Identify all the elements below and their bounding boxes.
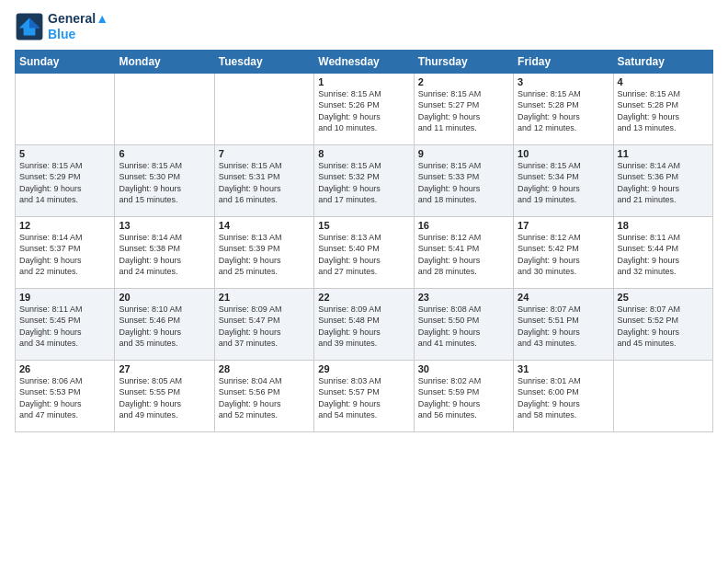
calendar-cell: 5Sunrise: 8:15 AM Sunset: 5:29 PM Daylig… — [16, 144, 115, 216]
weekday-header-saturday: Saturday — [613, 50, 712, 73]
page: General▲ Blue SundayMondayTuesdayWednesd… — [0, 0, 728, 563]
day-info: Sunrise: 8:06 AM Sunset: 5:53 PM Dayligh… — [19, 375, 110, 421]
calendar-week-4: 19Sunrise: 8:11 AM Sunset: 5:45 PM Dayli… — [16, 288, 713, 360]
day-info: Sunrise: 8:11 AM Sunset: 5:44 PM Dayligh… — [618, 232, 709, 278]
day-info: Sunrise: 8:05 AM Sunset: 5:55 PM Dayligh… — [119, 375, 210, 421]
day-number: 16 — [418, 220, 509, 231]
day-number: 13 — [119, 220, 210, 231]
day-number: 24 — [518, 292, 609, 303]
day-number: 28 — [219, 363, 310, 374]
day-number: 30 — [418, 363, 509, 374]
calendar-week-2: 5Sunrise: 8:15 AM Sunset: 5:29 PM Daylig… — [16, 144, 713, 216]
weekday-header-wednesday: Wednesday — [314, 50, 414, 73]
day-info: Sunrise: 8:10 AM Sunset: 5:46 PM Dayligh… — [119, 304, 210, 350]
calendar-cell: 9Sunrise: 8:15 AM Sunset: 5:33 PM Daylig… — [414, 144, 513, 216]
day-number: 27 — [119, 363, 210, 374]
logo: General▲ Blue — [15, 11, 108, 42]
day-info: Sunrise: 8:15 AM Sunset: 5:34 PM Dayligh… — [518, 160, 609, 206]
calendar-cell: 15Sunrise: 8:13 AM Sunset: 5:40 PM Dayli… — [314, 216, 414, 288]
day-info: Sunrise: 8:11 AM Sunset: 5:45 PM Dayligh… — [19, 304, 110, 350]
calendar-cell: 28Sunrise: 8:04 AM Sunset: 5:56 PM Dayli… — [214, 360, 313, 431]
day-number: 14 — [219, 220, 310, 231]
day-number: 22 — [318, 292, 409, 303]
weekday-header-tuesday: Tuesday — [214, 50, 313, 73]
calendar-week-3: 12Sunrise: 8:14 AM Sunset: 5:37 PM Dayli… — [16, 216, 713, 288]
calendar-week-1: 1Sunrise: 8:15 AM Sunset: 5:26 PM Daylig… — [16, 73, 713, 144]
day-number: 18 — [618, 220, 709, 231]
day-number: 8 — [318, 148, 409, 159]
day-info: Sunrise: 8:09 AM Sunset: 5:48 PM Dayligh… — [318, 304, 409, 350]
calendar-cell: 25Sunrise: 8:07 AM Sunset: 5:52 PM Dayli… — [613, 288, 712, 360]
day-info: Sunrise: 8:14 AM Sunset: 5:38 PM Dayligh… — [119, 232, 210, 278]
calendar-cell: 24Sunrise: 8:07 AM Sunset: 5:51 PM Dayli… — [514, 288, 613, 360]
day-number: 17 — [518, 220, 609, 231]
logo-text: General▲ Blue — [48, 11, 108, 42]
calendar-cell: 12Sunrise: 8:14 AM Sunset: 5:37 PM Dayli… — [16, 216, 115, 288]
day-info: Sunrise: 8:14 AM Sunset: 5:37 PM Dayligh… — [19, 232, 110, 278]
calendar-cell: 14Sunrise: 8:13 AM Sunset: 5:39 PM Dayli… — [214, 216, 313, 288]
day-number: 4 — [618, 76, 709, 87]
day-number: 26 — [19, 363, 110, 374]
day-info: Sunrise: 8:15 AM Sunset: 5:26 PM Dayligh… — [318, 88, 409, 134]
day-number: 11 — [618, 148, 709, 159]
day-number: 31 — [518, 363, 609, 374]
calendar-cell: 6Sunrise: 8:15 AM Sunset: 5:30 PM Daylig… — [115, 144, 214, 216]
day-number: 12 — [19, 220, 110, 231]
day-info: Sunrise: 8:07 AM Sunset: 5:52 PM Dayligh… — [618, 304, 709, 350]
day-info: Sunrise: 8:15 AM Sunset: 5:31 PM Dayligh… — [219, 160, 310, 206]
day-info: Sunrise: 8:15 AM Sunset: 5:27 PM Dayligh… — [418, 88, 509, 134]
calendar-cell: 26Sunrise: 8:06 AM Sunset: 5:53 PM Dayli… — [16, 360, 115, 431]
day-info: Sunrise: 8:13 AM Sunset: 5:40 PM Dayligh… — [318, 232, 409, 278]
day-number: 23 — [418, 292, 509, 303]
day-number: 1 — [318, 76, 409, 87]
calendar-cell: 1Sunrise: 8:15 AM Sunset: 5:26 PM Daylig… — [314, 73, 414, 144]
calendar-cell: 2Sunrise: 8:15 AM Sunset: 5:27 PM Daylig… — [414, 73, 513, 144]
day-info: Sunrise: 8:09 AM Sunset: 5:47 PM Dayligh… — [219, 304, 310, 350]
calendar-cell: 7Sunrise: 8:15 AM Sunset: 5:31 PM Daylig… — [214, 144, 313, 216]
calendar-cell: 11Sunrise: 8:14 AM Sunset: 5:36 PM Dayli… — [613, 144, 712, 216]
weekday-header-sunday: Sunday — [16, 50, 115, 73]
day-number: 3 — [518, 76, 609, 87]
logo-icon — [15, 12, 44, 41]
calendar-cell — [16, 73, 115, 144]
day-info: Sunrise: 8:15 AM Sunset: 5:30 PM Dayligh… — [119, 160, 210, 206]
calendar-cell: 29Sunrise: 8:03 AM Sunset: 5:57 PM Dayli… — [314, 360, 414, 431]
day-info: Sunrise: 8:15 AM Sunset: 5:29 PM Dayligh… — [19, 160, 110, 206]
day-info: Sunrise: 8:07 AM Sunset: 5:51 PM Dayligh… — [518, 304, 609, 350]
day-info: Sunrise: 8:04 AM Sunset: 5:56 PM Dayligh… — [219, 375, 310, 421]
calendar-cell — [613, 360, 712, 431]
calendar-cell — [115, 73, 214, 144]
calendar-cell: 31Sunrise: 8:01 AM Sunset: 6:00 PM Dayli… — [514, 360, 613, 431]
calendar-cell: 23Sunrise: 8:08 AM Sunset: 5:50 PM Dayli… — [414, 288, 513, 360]
calendar-cell — [214, 73, 313, 144]
weekday-header-row: SundayMondayTuesdayWednesdayThursdayFrid… — [16, 50, 713, 73]
day-info: Sunrise: 8:13 AM Sunset: 5:39 PM Dayligh… — [219, 232, 310, 278]
day-info: Sunrise: 8:15 AM Sunset: 5:32 PM Dayligh… — [318, 160, 409, 206]
day-number: 29 — [318, 363, 409, 374]
day-number: 2 — [418, 76, 509, 87]
day-number: 6 — [119, 148, 210, 159]
day-number: 9 — [418, 148, 509, 159]
calendar-cell: 19Sunrise: 8:11 AM Sunset: 5:45 PM Dayli… — [16, 288, 115, 360]
header: General▲ Blue — [15, 11, 713, 42]
day-info: Sunrise: 8:12 AM Sunset: 5:42 PM Dayligh… — [518, 232, 609, 278]
day-number: 10 — [518, 148, 609, 159]
day-info: Sunrise: 8:03 AM Sunset: 5:57 PM Dayligh… — [318, 375, 409, 421]
day-info: Sunrise: 8:14 AM Sunset: 5:36 PM Dayligh… — [618, 160, 709, 206]
day-info: Sunrise: 8:02 AM Sunset: 5:59 PM Dayligh… — [418, 375, 509, 421]
day-info: Sunrise: 8:01 AM Sunset: 6:00 PM Dayligh… — [518, 375, 609, 421]
calendar-cell: 10Sunrise: 8:15 AM Sunset: 5:34 PM Dayli… — [514, 144, 613, 216]
day-number: 5 — [19, 148, 110, 159]
day-info: Sunrise: 8:08 AM Sunset: 5:50 PM Dayligh… — [418, 304, 509, 350]
weekday-header-friday: Friday — [514, 50, 613, 73]
calendar-table: SundayMondayTuesdayWednesdayThursdayFrid… — [15, 50, 713, 432]
calendar-cell: 21Sunrise: 8:09 AM Sunset: 5:47 PM Dayli… — [214, 288, 313, 360]
calendar-cell: 30Sunrise: 8:02 AM Sunset: 5:59 PM Dayli… — [414, 360, 513, 431]
calendar-week-5: 26Sunrise: 8:06 AM Sunset: 5:53 PM Dayli… — [16, 360, 713, 431]
calendar-cell: 16Sunrise: 8:12 AM Sunset: 5:41 PM Dayli… — [414, 216, 513, 288]
calendar-cell: 8Sunrise: 8:15 AM Sunset: 5:32 PM Daylig… — [314, 144, 414, 216]
day-number: 21 — [219, 292, 310, 303]
calendar-cell: 27Sunrise: 8:05 AM Sunset: 5:55 PM Dayli… — [115, 360, 214, 431]
day-number: 19 — [19, 292, 110, 303]
day-number: 25 — [618, 292, 709, 303]
